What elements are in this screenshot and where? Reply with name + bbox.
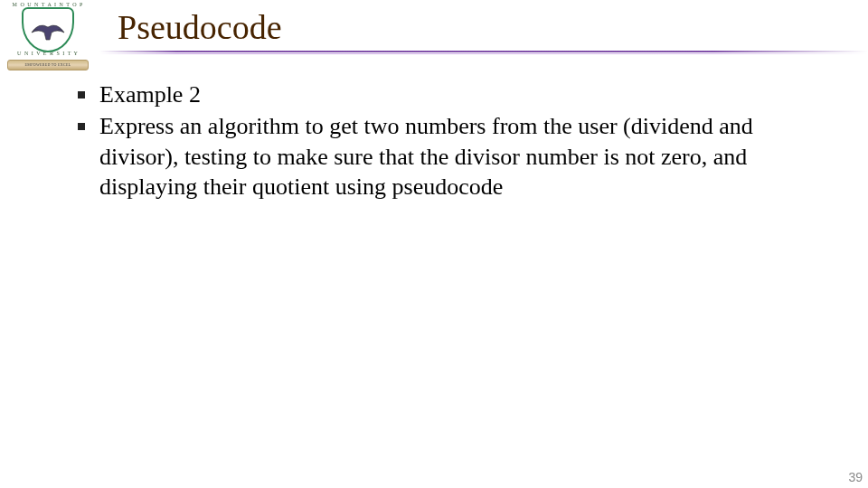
slide-title: Pseudocode	[118, 7, 282, 47]
logo-shield	[22, 7, 74, 52]
slide-body: Example 2 Express an algorithm to get tw…	[72, 80, 832, 203]
title-underline	[99, 51, 868, 54]
university-logo: M O U N T A I N T O P U N I V E R S I T …	[7, 4, 89, 67]
logo-band: EMPOWERED TO EXCEL	[7, 60, 89, 70]
bullet-item: Express an algorithm to get two numbers …	[72, 111, 832, 202]
bullet-text: Example 2	[99, 81, 201, 108]
bullet-item: Example 2	[72, 80, 832, 109]
eagle-icon	[28, 16, 68, 43]
slide: M O U N T A I N T O P U N I V E R S I T …	[0, 0, 868, 488]
bullet-text: Express an algorithm to get two numbers …	[99, 113, 753, 200]
page-number: 39	[848, 470, 863, 484]
